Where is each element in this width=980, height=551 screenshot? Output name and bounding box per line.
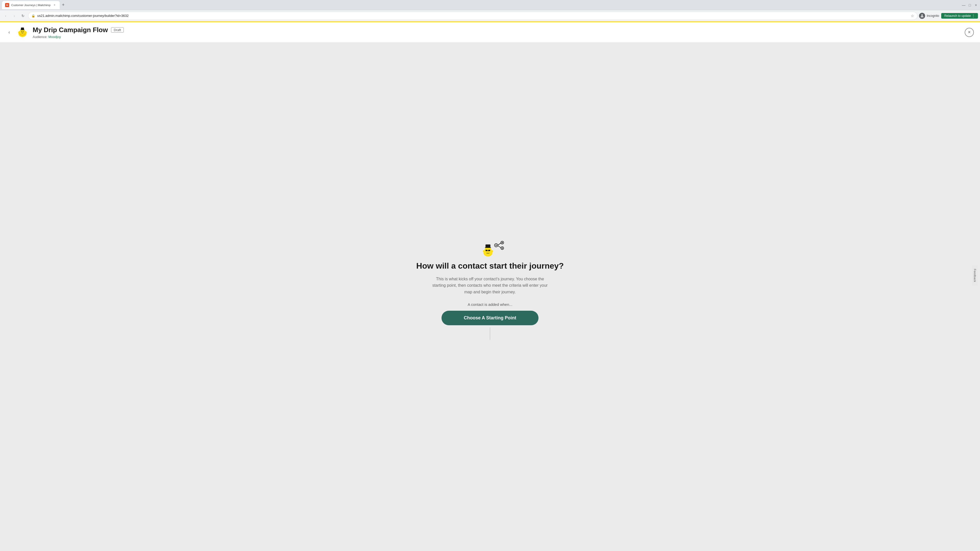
window-controls: — □ × bbox=[962, 3, 978, 7]
minimize-button[interactable]: — bbox=[962, 3, 966, 7]
incognito-label: Incognito bbox=[927, 14, 939, 17]
tab-bar: M Customer Journeys | Mailchimp × + bbox=[2, 1, 959, 9]
audience-link[interactable]: Moodjoy bbox=[48, 35, 61, 39]
draft-badge: Draft bbox=[111, 27, 124, 33]
svg-point-9 bbox=[18, 32, 20, 33]
address-bar-container: 🔒 ☆ bbox=[28, 12, 918, 20]
svg-point-28 bbox=[496, 245, 497, 246]
bookmark-icon[interactable]: ☆ bbox=[911, 14, 914, 18]
svg-point-12 bbox=[484, 247, 492, 254]
tab-close-button[interactable]: × bbox=[52, 3, 57, 7]
address-bar-input[interactable] bbox=[37, 14, 909, 17]
svg-point-4 bbox=[21, 31, 22, 32]
header-title-row: My Drip Campaign Flow Draft bbox=[33, 26, 124, 34]
tab-title: Customer Journeys | Mailchimp bbox=[11, 3, 51, 6]
campaign-title: My Drip Campaign Flow bbox=[33, 26, 108, 34]
svg-point-26 bbox=[502, 242, 503, 243]
forward-nav-button[interactable]: › bbox=[11, 12, 18, 19]
connector-line bbox=[490, 327, 490, 340]
svg-point-10 bbox=[25, 32, 27, 33]
svg-line-24 bbox=[498, 243, 501, 245]
browser-titlebar: M Customer Journeys | Mailchimp × + — □ … bbox=[0, 0, 980, 10]
relaunch-button[interactable]: Relaunch to update ⋮ bbox=[941, 13, 978, 19]
browser-toolbar: ‹ › ↻ 🔒 ☆ Incognito Relaunch to update ⋮ bbox=[0, 10, 980, 21]
svg-rect-15 bbox=[485, 250, 487, 251]
back-nav-button[interactable]: ‹ bbox=[2, 12, 9, 19]
feedback-tab[interactable]: Feedback bbox=[972, 265, 978, 286]
app-content: ‹ bbox=[0, 22, 980, 551]
audience-row: Audience: Moodjoy bbox=[33, 35, 124, 39]
audience-label: Audience: bbox=[33, 35, 48, 39]
close-window-button[interactable]: × bbox=[974, 3, 978, 7]
svg-point-5 bbox=[23, 31, 24, 32]
close-journey-button[interactable]: × bbox=[965, 28, 974, 37]
tab-favicon: M bbox=[5, 3, 9, 7]
back-button[interactable]: ‹ bbox=[5, 28, 13, 37]
svg-point-18 bbox=[487, 251, 489, 252]
svg-rect-16 bbox=[488, 250, 490, 251]
svg-point-27 bbox=[502, 248, 503, 249]
new-tab-button[interactable]: + bbox=[60, 2, 67, 9]
browser-window: M Customer Journeys | Mailchimp × + — □ … bbox=[0, 0, 980, 551]
maximize-button[interactable]: □ bbox=[968, 3, 972, 7]
incognito-section: Incognito bbox=[919, 13, 939, 19]
sub-text: This is what kicks off your contact's jo… bbox=[431, 276, 549, 295]
choose-starting-point-button[interactable]: Choose A Starting Point bbox=[442, 311, 538, 325]
svg-point-19 bbox=[483, 250, 484, 252]
mailchimp-logo bbox=[16, 26, 29, 38]
reload-nav-button[interactable]: ↻ bbox=[19, 12, 27, 19]
svg-rect-14 bbox=[485, 245, 490, 248]
freddie-journey-illustration bbox=[469, 238, 511, 261]
main-heading: How will a contact start their journey? bbox=[416, 261, 564, 271]
active-tab[interactable]: M Customer Journeys | Mailchimp × bbox=[2, 1, 60, 9]
svg-line-25 bbox=[498, 246, 501, 248]
svg-point-20 bbox=[492, 250, 493, 252]
contact-added-label: A contact is added when... bbox=[468, 302, 512, 306]
lock-icon: 🔒 bbox=[32, 14, 35, 17]
svg-point-6 bbox=[22, 32, 23, 33]
svg-rect-8 bbox=[21, 27, 24, 30]
journey-card: How will a contact start their journey? … bbox=[416, 238, 564, 340]
incognito-avatar bbox=[919, 13, 925, 19]
main-canvas: How will a contact start their journey? … bbox=[0, 43, 980, 551]
toolbar-actions: Incognito Relaunch to update ⋮ bbox=[919, 13, 978, 19]
header-title-section: My Drip Campaign Flow Draft Audience: Mo… bbox=[33, 26, 124, 39]
app-header: ‹ bbox=[0, 22, 980, 43]
